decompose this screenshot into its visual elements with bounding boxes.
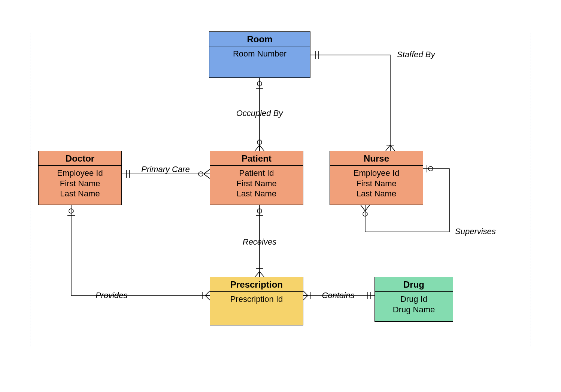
attr: Prescription Id xyxy=(212,294,301,304)
entity-drug-title: Drug xyxy=(375,277,453,292)
entity-prescription[interactable]: Prescription Prescription Id xyxy=(210,277,303,325)
entity-nurse[interactable]: Nurse Employee Id First Name Last Name xyxy=(330,151,423,205)
entity-drug[interactable]: Drug Drug Id Drug Name xyxy=(374,277,453,322)
entity-patient-attrs: Patient Id First Name Last Name xyxy=(210,166,303,200)
entity-prescription-title: Prescription xyxy=(210,277,303,292)
entity-nurse-title: Nurse xyxy=(330,151,423,166)
attr: Drug Name xyxy=(376,304,451,315)
attr: Last Name xyxy=(40,189,120,199)
attr: First Name xyxy=(331,178,421,189)
entity-patient-title: Patient xyxy=(210,151,303,166)
entity-nurse-attrs: Employee Id First Name Last Name xyxy=(330,166,423,200)
attr: Last Name xyxy=(331,189,421,199)
entity-drug-attrs: Drug Id Drug Name xyxy=(375,292,453,316)
entity-room[interactable]: Room Room Number xyxy=(209,31,310,78)
attr: First Name xyxy=(212,178,301,189)
entity-room-title: Room xyxy=(209,32,310,46)
entity-room-attrs: Room Number xyxy=(209,46,310,61)
attr: Employee Id xyxy=(40,168,120,178)
attr: First Name xyxy=(40,178,120,189)
attr: Patient Id xyxy=(212,168,301,178)
entity-doctor-attrs: Employee Id First Name Last Name xyxy=(39,166,121,200)
entity-doctor[interactable]: Doctor Employee Id First Name Last Name xyxy=(38,151,122,205)
entity-patient[interactable]: Patient Patient Id First Name Last Name xyxy=(210,151,303,205)
attr: Drug Id xyxy=(376,294,451,304)
attr: Employee Id xyxy=(331,168,421,178)
entity-prescription-attrs: Prescription Id xyxy=(210,292,303,306)
attr: Room Number xyxy=(211,49,309,59)
entity-doctor-title: Doctor xyxy=(39,151,121,166)
attr: Last Name xyxy=(212,189,301,199)
